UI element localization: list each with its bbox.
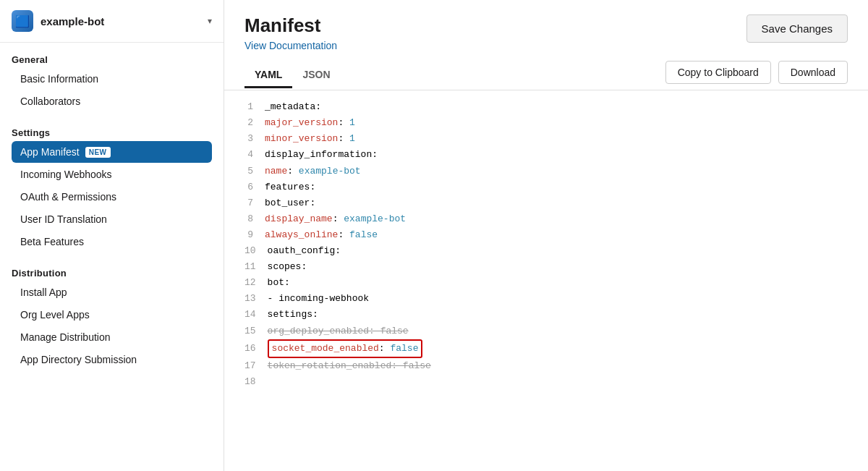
line-number: 2 bbox=[244, 115, 265, 131]
code-line: 5 name: example-bot bbox=[244, 164, 848, 179]
main-content: Manifest View Documentation Save Changes… bbox=[224, 0, 868, 471]
code-line: 14settings: bbox=[244, 307, 848, 323]
line-number: 13 bbox=[244, 291, 268, 307]
code-line: 15 org_deploy_enabled: false bbox=[244, 323, 848, 339]
line-number: 5 bbox=[244, 164, 265, 179]
sidebar-item-label: Collaborators bbox=[20, 96, 80, 107]
line-content: socket_mode_enabled: false bbox=[268, 339, 423, 358]
sidebar-item-install-app[interactable]: Install App bbox=[12, 281, 212, 303]
new-badge: NEW bbox=[85, 147, 111, 158]
sidebar-item-label: User ID Translation bbox=[20, 213, 107, 225]
view-documentation-link[interactable]: View Documentation bbox=[244, 40, 337, 51]
sidebar-item-user-id-translation[interactable]: User ID Translation bbox=[12, 208, 212, 230]
line-content: - incoming-webhook bbox=[268, 291, 369, 307]
line-content: token_rotation_enabled: false bbox=[268, 358, 431, 374]
sidebar-item-label: App Manifest bbox=[20, 146, 80, 158]
code-line: 11 scopes: bbox=[244, 259, 848, 275]
line-content: display_information: bbox=[265, 147, 378, 163]
line-number: 18 bbox=[244, 374, 268, 390]
sidebar-item-app-directory-submission[interactable]: App Directory Submission bbox=[12, 349, 212, 370]
sidebar-item-label: Beta Features bbox=[20, 236, 84, 247]
sidebar-item-manage-distribution[interactable]: Manage Distribution bbox=[12, 326, 212, 348]
line-content: minor_version: 1 bbox=[265, 131, 355, 147]
sidebar-item-incoming-webhooks[interactable]: Incoming Webhooks bbox=[12, 164, 212, 185]
tab-json[interactable]: JSON bbox=[292, 63, 340, 88]
line-number: 17 bbox=[244, 358, 268, 374]
line-content: display_name: example-bot bbox=[265, 211, 406, 227]
sidebar-section-title: General bbox=[12, 54, 212, 65]
tab-bar: YAMLJSON Copy to Clipboard Download bbox=[224, 52, 868, 90]
title-area: Manifest View Documentation bbox=[244, 14, 337, 52]
code-line: 6features: bbox=[244, 179, 848, 195]
sidebar-item-label: Manage Distribution bbox=[20, 331, 111, 343]
line-number: 7 bbox=[244, 195, 265, 211]
sidebar-section-settings: SettingsApp ManifestNEWIncoming Webhooks… bbox=[0, 116, 224, 256]
line-number: 14 bbox=[244, 307, 268, 323]
app-selector[interactable]: 🟦 example-bot ▾ bbox=[0, 0, 224, 43]
line-content: name: example-bot bbox=[265, 164, 361, 179]
code-line: 10oauth_config: bbox=[244, 243, 848, 259]
sidebar-item-oauth-permissions[interactable]: OAuth & Permissions bbox=[12, 186, 212, 208]
line-number: 9 bbox=[244, 227, 265, 243]
line-content: always_online: false bbox=[265, 227, 378, 243]
code-line: 16socket_mode_enabled: false bbox=[244, 339, 848, 358]
code-line: 9 always_online: false bbox=[244, 227, 848, 243]
line-content: _metadata: bbox=[265, 99, 321, 115]
sidebar-item-label: Basic Information bbox=[20, 73, 98, 85]
format-tabs: YAMLJSON bbox=[244, 63, 341, 88]
sidebar-item-label: Install App bbox=[20, 287, 67, 298]
line-content: oauth_config: bbox=[268, 243, 341, 259]
line-number: 12 bbox=[244, 275, 268, 291]
sidebar-nav: GeneralBasic InformationCollaboratorsSet… bbox=[0, 43, 224, 374]
code-line: 1_metadata: bbox=[244, 99, 848, 115]
sidebar-item-label: Org Level Apps bbox=[20, 309, 90, 321]
line-content: major_version: 1 bbox=[265, 115, 355, 131]
sidebar-item-label: Incoming Webhooks bbox=[20, 169, 112, 180]
sidebar-section-general: GeneralBasic InformationCollaborators bbox=[0, 43, 224, 116]
line-content: scopes: bbox=[268, 259, 307, 275]
code-line: 12 bot: bbox=[244, 275, 848, 291]
copy-to-clipboard-button[interactable]: Copy to Clipboard bbox=[665, 61, 771, 84]
tab-yaml[interactable]: YAML bbox=[244, 63, 292, 88]
page-header: Manifest View Documentation Save Changes bbox=[224, 0, 868, 52]
app-name: example-bot bbox=[41, 15, 200, 27]
sidebar-section-title: Settings bbox=[12, 127, 212, 138]
sidebar-section-title: Distribution bbox=[12, 268, 212, 279]
tab-actions: Copy to Clipboard Download bbox=[665, 61, 848, 90]
line-number: 1 bbox=[244, 99, 265, 115]
app-icon: 🟦 bbox=[12, 10, 33, 32]
line-number: 15 bbox=[244, 323, 268, 339]
chevron-down-icon: ▾ bbox=[208, 16, 212, 26]
sidebar: 🟦 example-bot ▾ GeneralBasic Information… bbox=[0, 0, 224, 471]
sidebar-item-basic-information[interactable]: Basic Information bbox=[12, 68, 212, 90]
code-line: 7 bot_user: bbox=[244, 195, 848, 211]
code-line: 13 - incoming-webhook bbox=[244, 291, 848, 307]
line-content: bot_user: bbox=[265, 195, 315, 211]
sidebar-section-distribution: DistributionInstall AppOrg Level AppsMan… bbox=[0, 256, 224, 374]
download-button[interactable]: Download bbox=[778, 61, 848, 84]
code-area: 1_metadata:2 major_version: 13 minor_ver… bbox=[224, 90, 868, 471]
sidebar-item-org-level-apps[interactable]: Org Level Apps bbox=[12, 304, 212, 326]
line-content: org_deploy_enabled: false bbox=[268, 323, 409, 339]
highlighted-line: socket_mode_enabled: false bbox=[268, 339, 423, 358]
line-number: 3 bbox=[244, 131, 265, 147]
line-number: 6 bbox=[244, 179, 265, 195]
code-block: 1_metadata:2 major_version: 13 minor_ver… bbox=[244, 99, 848, 390]
line-number: 11 bbox=[244, 259, 268, 275]
code-line: 17 token_rotation_enabled: false bbox=[244, 358, 848, 374]
sidebar-item-app-manifest[interactable]: App ManifestNEW bbox=[12, 141, 212, 163]
code-line: 8 display_name: example-bot bbox=[244, 211, 848, 227]
line-number: 8 bbox=[244, 211, 265, 227]
sidebar-item-label: App Directory Submission bbox=[20, 354, 137, 365]
page-title: Manifest bbox=[244, 14, 337, 37]
code-line: 4display_information: bbox=[244, 147, 848, 163]
sidebar-item-collaborators[interactable]: Collaborators bbox=[12, 90, 212, 112]
code-line: 2 major_version: 1 bbox=[244, 115, 848, 131]
save-changes-button[interactable]: Save Changes bbox=[746, 14, 848, 43]
line-content: features: bbox=[265, 179, 315, 195]
line-number: 10 bbox=[244, 243, 268, 259]
sidebar-item-beta-features[interactable]: Beta Features bbox=[12, 231, 212, 253]
sidebar-item-label: OAuth & Permissions bbox=[20, 191, 116, 203]
line-content: bot: bbox=[268, 275, 290, 291]
code-line: 18 bbox=[244, 374, 848, 390]
